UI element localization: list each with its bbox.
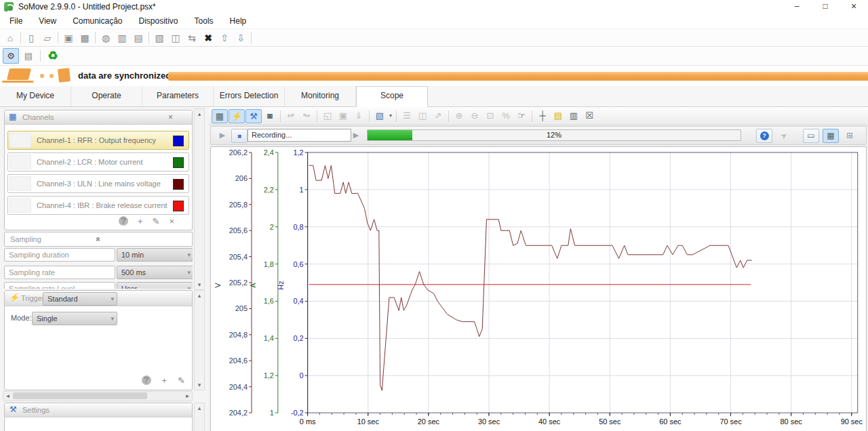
maximize-button[interactable]: □ <box>811 0 840 14</box>
scroll-down-icon[interactable]: ▾ <box>195 382 204 388</box>
save-record-icon[interactable]: ▣ <box>336 109 351 123</box>
zoom-100-icon[interactable]: % <box>498 109 513 123</box>
sampling-rate-level-select[interactable]: User▾ <box>117 282 193 289</box>
tab-errors-detection[interactable]: Errors Detection <box>214 86 285 106</box>
close-button[interactable]: × <box>840 0 868 14</box>
scrollbar-thumb[interactable] <box>13 392 147 399</box>
stop-button[interactable]: ■ <box>231 129 248 143</box>
store-to-device-icon[interactable]: ⇧ <box>216 33 233 43</box>
help-icon[interactable]: ? <box>119 216 128 226</box>
export-image-icon[interactable]: ▧ <box>372 109 387 123</box>
trigger-mode-select[interactable]: Single▾ <box>32 312 117 325</box>
zoom-out-icon[interactable]: ⊖ <box>467 109 482 123</box>
scroll-up-icon[interactable]: ▴ <box>195 292 204 299</box>
new-project-icon[interactable]: ▯ <box>23 33 39 43</box>
settings-scrollbar[interactable]: ▴ <box>194 403 205 431</box>
load-from-device-icon[interactable]: ⇩ <box>233 33 249 43</box>
scroll-up-icon[interactable]: ▴ <box>195 110 204 117</box>
minimize-button[interactable]: – <box>783 0 811 14</box>
channel-enable-cell[interactable] <box>9 176 31 191</box>
add-channel-icon[interactable]: + <box>138 216 143 226</box>
sampling-header[interactable]: Sampling » <box>4 232 193 247</box>
disconnect-icon[interactable]: ✖ <box>200 33 216 43</box>
menu-file[interactable]: File <box>1 14 31 28</box>
sampling-duration-select[interactable]: 10 min▾ <box>117 248 193 262</box>
help-icon[interactable]: ? <box>142 375 151 385</box>
project-copy-icon[interactable]: ▥ <box>114 33 130 43</box>
help-button[interactable]: ? <box>756 129 772 143</box>
channel-row-3[interactable]: Channel-3 : ULN : Line mains voltage <box>7 174 189 193</box>
menu-tools[interactable]: Tools <box>186 14 222 28</box>
next-record-icon[interactable]: ↬ <box>299 109 314 123</box>
save-as-icon[interactable]: ▩ <box>77 33 93 43</box>
channel-color-swatch[interactable] <box>173 136 184 146</box>
sidebar-scrollbar[interactable]: ▴ ▾ <box>194 108 205 290</box>
open-project-icon[interactable]: ▱ <box>39 33 56 43</box>
edit-trigger-icon[interactable]: ✎ <box>178 375 185 386</box>
add-note-icon[interactable]: ▤ <box>551 109 566 123</box>
collapse-icon[interactable]: » <box>93 237 102 242</box>
channel-row-4[interactable]: Channel-4 : IBR : Brake release current <box>7 196 189 215</box>
channel-color-swatch[interactable] <box>173 157 184 168</box>
channel-color-swatch[interactable] <box>173 179 184 190</box>
snapshot-icon[interactable]: ◙ <box>262 109 277 123</box>
export-image-dropdown-icon[interactable]: ▾ <box>388 109 393 123</box>
archive-icon[interactable]: ▧ <box>151 33 167 43</box>
import-record-icon[interactable]: ⇓ <box>351 109 366 123</box>
tab-scope[interactable]: Scope <box>356 86 428 107</box>
grid-view-icon[interactable]: ▦ <box>823 129 839 143</box>
channel-color-swatch[interactable] <box>173 201 184 211</box>
scroll-down-icon[interactable]: ▾ <box>195 281 204 288</box>
channels-close-icon[interactable]: × <box>168 110 173 124</box>
scroll-up-icon[interactable]: ▴ <box>195 405 204 411</box>
home-icon[interactable]: ⌂ <box>2 33 18 43</box>
layout-view-icon[interactable]: ⊞ <box>842 129 857 142</box>
tab-my-device[interactable]: My Device <box>0 86 71 106</box>
menu-view[interactable]: View <box>31 14 64 28</box>
menu-comunicacao[interactable]: Comunicação <box>64 14 130 28</box>
print-report-icon[interactable]: ▤ <box>20 49 37 63</box>
data-table-icon[interactable]: ☰ <box>399 109 414 123</box>
export-data-icon[interactable]: ⇗ <box>431 109 446 123</box>
print-icon[interactable]: ▤ <box>130 33 146 43</box>
menu-help[interactable]: Help <box>222 14 255 28</box>
cursor-tool-icon[interactable]: ➤ <box>774 125 793 145</box>
chart-style-icon[interactable]: ▥ <box>566 109 581 123</box>
add-trigger-icon[interactable]: + <box>162 375 167 386</box>
start-record-button[interactable]: ▶ <box>351 129 361 142</box>
zoom-selection-icon[interactable]: ⊡ <box>483 109 498 123</box>
sync-data-icon[interactable]: ♻ <box>44 49 62 64</box>
menu-dispositivo[interactable]: Dispositivo <box>131 14 186 28</box>
copy-window-icon[interactable]: ◱ <box>320 109 335 123</box>
sidebar-horizontal-scrollbar[interactable]: ◂ ▸ <box>3 391 193 401</box>
workspace-settings-icon[interactable]: ⚙ <box>3 48 19 64</box>
channel-enable-cell[interactable] <box>9 133 31 148</box>
channel-row-2[interactable]: Channel-2 : LCR : Motor current <box>7 152 189 171</box>
tab-monitoring[interactable]: Monitoring <box>285 86 356 106</box>
project-verify-icon[interactable]: ◍ <box>98 33 114 43</box>
save-icon[interactable]: ▣ <box>60 33 77 43</box>
tab-parameters[interactable]: Parameters <box>142 86 214 106</box>
display-settings-icon[interactable]: ▦ <box>212 109 228 123</box>
transfer-icon[interactable]: ⇆ <box>184 33 200 43</box>
trigger-settings-icon[interactable]: ⚡ <box>229 109 245 123</box>
previous-record-icon[interactable]: ↫ <box>283 109 298 123</box>
channel-enable-cell[interactable] <box>9 155 31 169</box>
channel-row-1[interactable]: Channel-1 : RFR : Output frequency <box>7 131 189 150</box>
zoom-in-icon[interactable]: ⊕ <box>452 109 467 123</box>
compare-device-icon[interactable]: ◫ <box>167 33 184 43</box>
recording-status-field[interactable]: Recording... <box>248 129 351 142</box>
close-record-icon[interactable]: ☒ <box>582 109 597 123</box>
sampling-rate-select[interactable]: 500 ms▾ <box>117 266 193 279</box>
play-button[interactable]: ▶ <box>216 129 229 142</box>
delete-channel-icon[interactable]: × <box>169 216 174 226</box>
trigger-type-select[interactable]: Standard▾ <box>43 292 117 306</box>
axis-reset-icon[interactable]: ┼ <box>535 109 550 123</box>
pan-hand-icon[interactable]: ☞ <box>514 109 529 123</box>
scroll-right-icon[interactable]: ▸ <box>183 392 192 400</box>
channel-enable-cell[interactable] <box>9 198 31 213</box>
panel-view-icon[interactable]: ▭ <box>803 129 819 143</box>
trigger-scrollbar[interactable]: ▴ ▾ <box>194 290 205 390</box>
tab-operate[interactable]: Operate <box>71 86 142 106</box>
edit-channel-icon[interactable]: ✎ <box>153 216 160 226</box>
